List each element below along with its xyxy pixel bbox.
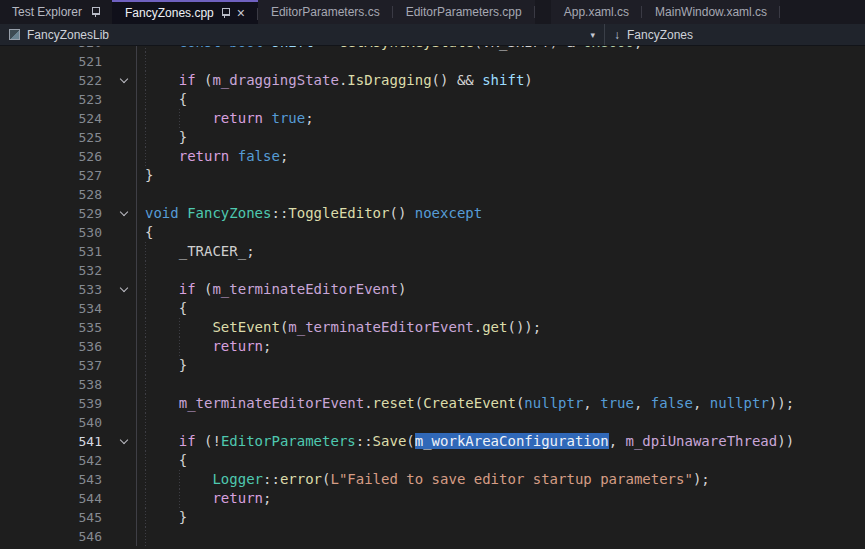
code-text[interactable]: if (m_draggingState.IsDragging() && shif… (136, 71, 865, 90)
code-text[interactable]: } (136, 166, 865, 185)
pin-icon[interactable] (220, 7, 230, 19)
line-number[interactable]: 544 (0, 489, 112, 508)
pin-icon[interactable] (90, 6, 100, 18)
code-text[interactable] (136, 527, 865, 546)
line-number[interactable]: 541 (0, 432, 112, 451)
code-line[interactable]: 543 Logger::error(L"Failed to save edito… (0, 470, 865, 489)
code-line[interactable]: 529void FancyZones::ToggleEditor() noexc… (0, 204, 865, 223)
code-text[interactable]: } (136, 356, 865, 375)
scope-dropdown[interactable]: ↓ FancyZones (605, 24, 702, 45)
tab-App.xaml.cs[interactable]: App.xaml.cs (551, 0, 642, 24)
line-number[interactable]: 530 (0, 223, 112, 242)
code-text[interactable]: } (136, 128, 865, 147)
code-text[interactable]: _TRACER_; (136, 242, 865, 261)
code-text[interactable]: if (!EditorParameters::Save(m_workAreaCo… (136, 432, 865, 451)
line-number[interactable]: 525 (0, 128, 112, 147)
code-text[interactable]: SetEvent(m_terminateEditorEvent.get()); (136, 318, 865, 337)
code-text[interactable] (136, 413, 865, 432)
line-number[interactable]: 540 (0, 413, 112, 432)
code-line[interactable]: 527} (0, 166, 865, 185)
code-text[interactable]: if (m_terminateEditorEvent) (136, 280, 865, 299)
line-number[interactable]: 521 (0, 52, 112, 71)
fold-chevron-icon[interactable] (120, 284, 128, 292)
fold-margin[interactable] (112, 71, 136, 90)
code-text[interactable] (136, 52, 865, 71)
code-line[interactable]: 537 } (0, 356, 865, 375)
line-number[interactable]: 542 (0, 451, 112, 470)
code-line[interactable]: 526 return false; (0, 147, 865, 166)
code-text[interactable]: { (136, 223, 865, 242)
code-line[interactable]: 535 SetEvent(m_terminateEditorEvent.get(… (0, 318, 865, 337)
line-number[interactable]: 546 (0, 527, 112, 546)
line-number[interactable]: 527 (0, 166, 112, 185)
fold-margin[interactable] (112, 204, 136, 223)
code-line[interactable]: 538 (0, 375, 865, 394)
code-line[interactable]: 532 (0, 261, 865, 280)
code-line[interactable]: 525 } (0, 128, 865, 147)
tab-EditorParameters.cpp[interactable]: EditorParameters.cpp (393, 0, 535, 24)
tab-EditorParameters.cs[interactable]: EditorParameters.cs (258, 0, 393, 24)
fold-margin[interactable] (112, 280, 136, 299)
close-icon[interactable]: × (237, 6, 245, 20)
indent-guide (145, 242, 146, 261)
tab-MainWindow.xaml.cs[interactable]: MainWindow.xaml.cs (642, 0, 780, 24)
line-number[interactable]: 545 (0, 508, 112, 527)
code-text[interactable]: return true; (136, 109, 865, 128)
line-number[interactable]: 539 (0, 394, 112, 413)
line-number[interactable]: 538 (0, 375, 112, 394)
line-number[interactable]: 524 (0, 109, 112, 128)
code-line[interactable]: 521 (0, 52, 865, 71)
code-line[interactable]: 533 if (m_terminateEditorEvent) (0, 280, 865, 299)
line-number[interactable]: 535 (0, 318, 112, 337)
code-text[interactable]: { (136, 90, 865, 109)
line-number[interactable]: 528 (0, 185, 112, 204)
line-number[interactable]: 537 (0, 356, 112, 375)
code-line[interactable]: 522 if (m_draggingState.IsDragging() && … (0, 71, 865, 90)
code-text[interactable]: return; (136, 489, 865, 508)
code-text[interactable]: } (136, 508, 865, 527)
fold-margin[interactable] (112, 432, 136, 451)
code-line[interactable]: 531 _TRACER_; (0, 242, 865, 261)
code-text[interactable] (136, 375, 865, 394)
code-text[interactable]: void FancyZones::ToggleEditor() noexcept (136, 204, 865, 223)
tab-FancyZones.cpp[interactable]: FancyZones.cpp× (112, 0, 258, 24)
code-line[interactable]: 546 (0, 527, 865, 546)
code-editor[interactable]: 520 const bool shift = GetAsyncKeyState(… (0, 46, 865, 549)
code-line[interactable]: 530{ (0, 223, 865, 242)
line-number[interactable]: 529 (0, 204, 112, 223)
tab-test-explorer[interactable]: Test Explorer (0, 0, 112, 24)
code-line[interactable]: 536 return; (0, 337, 865, 356)
code-line[interactable]: 539 m_terminateEditorEvent.reset(CreateE… (0, 394, 865, 413)
code-line[interactable]: 544 return; (0, 489, 865, 508)
line-number[interactable]: 531 (0, 242, 112, 261)
code-text[interactable]: return false; (136, 147, 865, 166)
line-number[interactable]: 526 (0, 147, 112, 166)
code-text[interactable] (136, 185, 865, 204)
code-line[interactable]: 528 (0, 185, 865, 204)
code-line[interactable]: 534 { (0, 299, 865, 318)
code-line[interactable]: 542 { (0, 451, 865, 470)
line-number[interactable]: 523 (0, 90, 112, 109)
code-text[interactable]: m_terminateEditorEvent.reset(CreateEvent… (136, 394, 865, 413)
code-text[interactable] (136, 261, 865, 280)
code-line[interactable]: 523 { (0, 90, 865, 109)
fold-chevron-icon[interactable] (120, 75, 128, 83)
line-number[interactable]: 532 (0, 261, 112, 280)
code-line[interactable]: 524 return true; (0, 109, 865, 128)
line-number[interactable]: 533 (0, 280, 112, 299)
line-number[interactable]: 534 (0, 299, 112, 318)
chevron-down-icon[interactable]: ▾ (590, 30, 595, 40)
line-number[interactable]: 543 (0, 470, 112, 489)
code-text[interactable]: Logger::error(L"Failed to save editor st… (136, 470, 865, 489)
project-dropdown[interactable]: FancyZonesLib ▾ (0, 24, 604, 45)
code-text[interactable]: { (136, 299, 865, 318)
code-text[interactable]: { (136, 451, 865, 470)
line-number[interactable]: 536 (0, 337, 112, 356)
code-line[interactable]: 541 if (!EditorParameters::Save(m_workAr… (0, 432, 865, 451)
fold-chevron-icon[interactable] (120, 208, 128, 216)
fold-chevron-icon[interactable] (120, 436, 128, 444)
code-line[interactable]: 540 (0, 413, 865, 432)
line-number[interactable]: 522 (0, 71, 112, 90)
code-text[interactable]: return; (136, 337, 865, 356)
code-line[interactable]: 545 } (0, 508, 865, 527)
